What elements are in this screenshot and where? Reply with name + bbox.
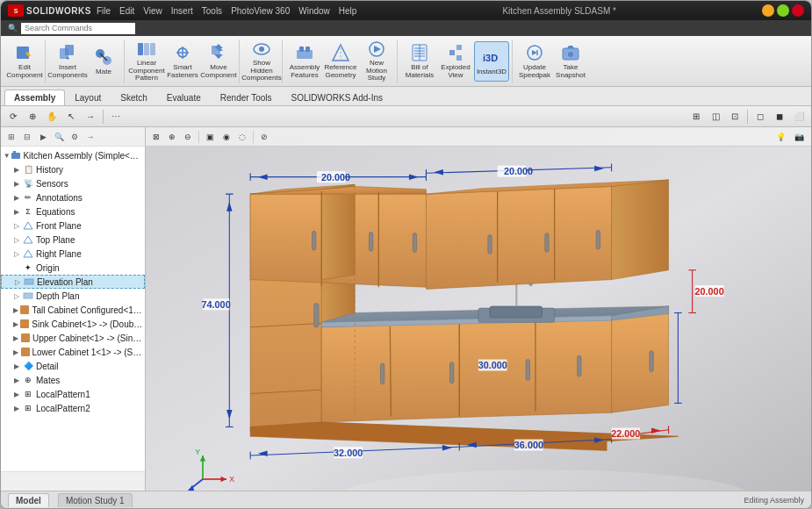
window-title: Kitchen Assembly SLDASM * — [356, 6, 762, 16]
tb2-view-btn2[interactable]: ◫ — [707, 109, 724, 125]
tree-item-origin[interactable]: ✦ Origin — [1, 261, 145, 275]
tree-item-elevation-plan[interactable]: ▷ Elevation Plan — [1, 275, 145, 289]
tab-assembly[interactable]: Assembly — [4, 90, 65, 105]
menu-edit[interactable]: Edit — [119, 6, 134, 16]
tab-layout[interactable]: Layout — [65, 90, 111, 105]
vp-view-front-btn[interactable]: ▣ — [203, 129, 218, 145]
update-speedpak-button[interactable]: UpdateSpeedpak — [517, 41, 552, 82]
menu-photoview[interactable]: PhotoView 360 — [231, 6, 290, 16]
tree-item-top-plane[interactable]: ▷ Top Plane — [1, 233, 145, 247]
tree-item-front-plane[interactable]: ▷ Front Plane — [1, 219, 145, 233]
bill-materials-button[interactable]: Bill ofMaterials — [402, 41, 437, 82]
vp-light-btn[interactable]: 💡 — [772, 129, 789, 145]
panel-collapse-btn[interactable]: ⊟ — [20, 130, 34, 144]
tree-item-depth-plan[interactable]: ▷ Depth Plan — [1, 289, 145, 303]
front-plane-label: Front Plane — [36, 221, 82, 231]
svg-rect-75 — [450, 362, 454, 384]
smart-fasteners-icon — [172, 43, 193, 63]
vp-zoom-in-btn[interactable]: ⊕ — [165, 129, 179, 145]
tree-item-sensors[interactable]: ▶ 📡 Sensors — [1, 176, 145, 190]
tb2-select-btn[interactable]: ↖ — [62, 109, 80, 125]
new-motion-button[interactable]: NewMotionStudy — [359, 41, 394, 82]
tb2-rotate-btn[interactable]: ⟳ — [4, 109, 22, 125]
main-toolbar: Edit Component + InsertComponents Mate — [1, 36, 811, 87]
close-button[interactable] — [792, 4, 804, 17]
vp-zoom-out-btn[interactable]: ⊖ — [181, 129, 195, 145]
reference-geometry-icon — [330, 43, 351, 63]
menu-file[interactable]: File — [97, 6, 111, 16]
linear-pattern-button[interactable]: Linear ComponentPattern — [129, 41, 164, 82]
lower-cabinet-icon — [20, 346, 31, 358]
instant3d-button[interactable]: i3D Instant3D — [474, 41, 509, 82]
tree-item-upper-cabinet[interactable]: ▶ Upper Cabinet<1> -> (Single Do... — [1, 331, 145, 345]
status-bar: Model Motion Study 1 Editing Assembly — [1, 491, 811, 508]
tree-item-annotations[interactable]: ▶ ✏ Annotations — [1, 190, 145, 204]
menu-tools[interactable]: Tools — [202, 6, 222, 16]
vp-shading-btn[interactable]: ◉ — [219, 129, 234, 145]
panel-expand-btn[interactable]: ▶ — [36, 130, 50, 144]
tree-item-localpattern1[interactable]: ▶ ⊞ LocalPattern1 — [1, 387, 145, 401]
take-snapshot-button[interactable]: TakeSnapshot — [553, 41, 588, 82]
tb2-pan-btn[interactable]: ✋ — [43, 109, 61, 125]
tb2-display-btn3[interactable]: ⬜ — [790, 109, 808, 125]
assembly-features-button[interactable]: AssemblyFeatures — [287, 41, 322, 82]
search-input[interactable] — [21, 23, 135, 34]
annotations-label: Annotations — [36, 193, 83, 203]
tree-item-sink-cabinet[interactable]: ▶ Sink Cabinet<1> -> (Double Door<... — [1, 317, 145, 331]
vp-zoom-fit-btn[interactable]: ⊠ — [149, 129, 163, 145]
tb2-view-btn3[interactable]: ⊡ — [726, 109, 744, 125]
maximize-button[interactable] — [777, 4, 789, 17]
tree-item-mates[interactable]: ▶ ⊕ Mates — [1, 373, 145, 387]
panel-filter-btn[interactable]: ⊞ — [4, 130, 18, 144]
panel-config-btn[interactable]: ⚙ — [68, 130, 82, 144]
reference-geometry-button[interactable]: ReferenceGeometry — [323, 41, 358, 82]
svg-marker-40 — [567, 46, 574, 48]
tree-item-detail[interactable]: ▶ 🔷 Detail — [1, 359, 145, 373]
svg-marker-45 — [24, 250, 32, 257]
status-tab-model[interactable]: Model — [8, 493, 49, 507]
insert-components-button[interactable]: + InsertComponents — [50, 41, 85, 82]
panel-search-btn[interactable]: 🔍 — [52, 130, 66, 144]
update-speedpak-icon — [524, 43, 545, 63]
menu-window[interactable]: Window — [298, 6, 330, 16]
tab-evaluate[interactable]: Evaluate — [157, 90, 211, 105]
localpattern2-icon: ⊞ — [22, 402, 34, 414]
sensors-icon: 📡 — [22, 177, 34, 190]
edit-component-button[interactable]: Edit Component — [7, 41, 42, 82]
status-tab-motion-study[interactable]: Motion Study 1 — [58, 493, 133, 507]
mate-button[interactable]: Mate — [86, 41, 121, 82]
vp-hide-btn[interactable]: ◌ — [235, 129, 249, 145]
tb2-display-btn2[interactable]: ◼ — [771, 109, 788, 125]
tree-item-lower-cabinet[interactable]: ▶ Lower Cabinet 1<1> -> (Single Do... — [1, 345, 145, 359]
tree-item-equations[interactable]: ▶ Σ Equations — [1, 204, 145, 219]
tab-sketch[interactable]: Sketch — [111, 90, 157, 105]
sw-logo-text: SOLIDWORKS — [26, 6, 91, 16]
tab-solidworks-addins[interactable]: SOLIDWORKS Add-Ins — [282, 90, 392, 105]
menu-view[interactable]: View — [143, 6, 162, 16]
tab-render-tools[interactable]: Render Tools — [211, 90, 282, 105]
exploded-view-button[interactable]: ExplodedView — [438, 41, 473, 82]
tb2-arrow-btn[interactable]: → — [82, 109, 99, 125]
tb2-more-btn[interactable]: ⋯ — [107, 109, 125, 125]
tall-cabinet-expander: ▶ — [11, 305, 19, 315]
show-hidden-button[interactable]: ShowHiddenComponents — [244, 41, 279, 82]
tree-item-localpattern2[interactable]: ▶ ⊞ LocalPattern2 — [1, 401, 145, 415]
svg-rect-89 — [488, 235, 492, 254]
tb2-zoom-btn[interactable]: ⊕ — [24, 109, 41, 125]
move-component-button[interactable]: MoveComponent — [201, 41, 236, 82]
panel-arrow-btn[interactable]: → — [83, 130, 97, 144]
tree-item-history[interactable]: ▶ 📋 History — [1, 162, 145, 176]
tb2-display-btn1[interactable]: ◻ — [751, 109, 769, 125]
tb2-view-btn1[interactable]: ⊞ — [687, 109, 705, 125]
smart-fasteners-button[interactable]: SmartFasteners — [165, 41, 200, 82]
tree-item-right-plane[interactable]: ▷ Right Plane — [1, 247, 145, 261]
viewport[interactable]: ⊠ ⊕ ⊖ ▣ ◉ ◌ ⊘ 💡 📷 — [146, 127, 811, 491]
tree-item-tall-cabinet[interactable]: ▶ Tall Cabinet Configured<1> -> (Do... — [1, 303, 145, 317]
menu-help[interactable]: Help — [339, 6, 357, 16]
svg-rect-42 — [13, 151, 16, 154]
vp-section-btn[interactable]: ⊘ — [257, 129, 271, 145]
menu-insert[interactable]: Insert — [171, 6, 193, 16]
tree-root[interactable]: ▼ Kitchen Assembly (Simple<Display Stat — [1, 148, 145, 162]
minimize-button[interactable] — [762, 4, 774, 17]
vp-camera-btn[interactable]: 📷 — [791, 129, 808, 145]
